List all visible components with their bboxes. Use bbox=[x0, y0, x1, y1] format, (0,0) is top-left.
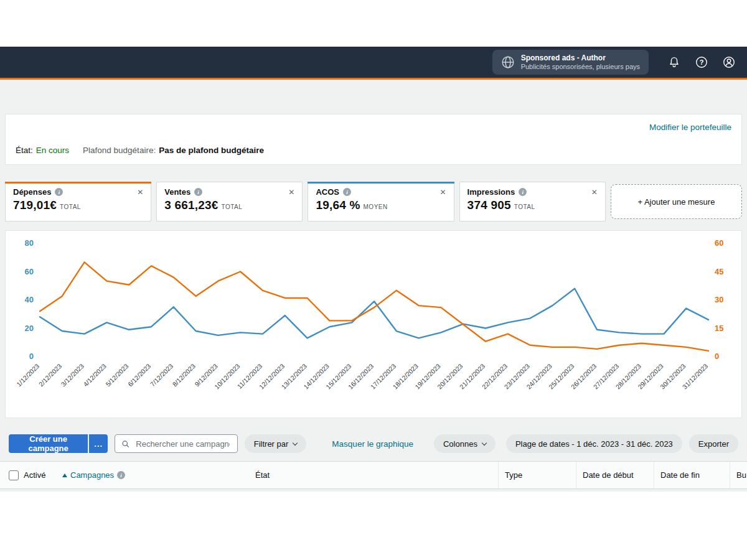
create-campaign-more-button[interactable]: ... bbox=[89, 434, 108, 453]
info-icon[interactable] bbox=[194, 188, 202, 196]
info-icon[interactable] bbox=[117, 471, 125, 479]
metric-card-acos[interactable]: ACOS 19,64 % MOYEN bbox=[308, 182, 454, 222]
svg-text:0: 0 bbox=[29, 352, 34, 361]
column-state: État bbox=[255, 462, 498, 488]
svg-text:1/12/2023: 1/12/2023 bbox=[15, 362, 41, 388]
status-value: En cours bbox=[36, 146, 69, 155]
svg-text:3/12/2023: 3/12/2023 bbox=[59, 362, 85, 388]
portfolio-status-line: État: En cours Plafond budgétaire: Pas d… bbox=[16, 146, 264, 155]
metric-value: 374 905 bbox=[467, 198, 511, 212]
column-active: Activé bbox=[24, 462, 62, 488]
performance-chart: 0204060800153045601/12/20232/12/20233/12… bbox=[5, 230, 742, 418]
account-switcher[interactable]: Sponsored ads - Author Publicités sponso… bbox=[492, 50, 649, 75]
status-label: État: bbox=[16, 146, 33, 155]
campaign-search[interactable] bbox=[115, 434, 238, 453]
campaign-table-header: Activé Campagnes État Type Date de début… bbox=[0, 461, 747, 489]
hide-chart-link[interactable]: Masquer le graphique bbox=[332, 439, 413, 449]
svg-text:4/12/2023: 4/12/2023 bbox=[82, 362, 108, 388]
search-input[interactable] bbox=[134, 439, 230, 449]
top-whitespace bbox=[0, 0, 747, 47]
svg-text:7/12/2023: 7/12/2023 bbox=[149, 362, 175, 388]
metric-card-ventes[interactable]: Ventes 3 661,23€ TOTAL bbox=[156, 182, 303, 222]
metric-value: 19,64 % bbox=[316, 198, 360, 212]
metric-unit: TOTAL bbox=[60, 203, 81, 210]
account-subtitle: Publicités sponsorisées, plusieurs pays bbox=[521, 63, 640, 72]
metric-card-impressions[interactable]: Impressions 374 905 TOTAL bbox=[459, 182, 606, 222]
metric-value: 719,01€ bbox=[13, 198, 57, 212]
metric-cards-row: Dépenses 719,01€ TOTAL Ventes 3 661,23€ … bbox=[5, 182, 742, 222]
filter-by-button[interactable]: Filtrer par bbox=[245, 434, 307, 453]
svg-text:2/12/2023: 2/12/2023 bbox=[37, 362, 63, 388]
sort-ascending-icon bbox=[62, 474, 67, 477]
svg-text:45: 45 bbox=[715, 267, 723, 276]
svg-text:80: 80 bbox=[25, 238, 34, 248]
edit-portfolio-link[interactable]: Modifier le portefeuille bbox=[649, 123, 731, 132]
svg-text:15: 15 bbox=[715, 324, 723, 333]
metric-card-depenses[interactable]: Dépenses 719,01€ TOTAL bbox=[5, 182, 151, 222]
metric-label: ACOS bbox=[316, 187, 339, 197]
campaign-toolbar: Créer une campagne ... Filtrer par Masqu… bbox=[9, 434, 738, 453]
columns-button[interactable]: Colonnes bbox=[434, 434, 496, 453]
top-navbar: Sponsored ads - Author Publicités sponso… bbox=[0, 47, 747, 80]
info-icon[interactable] bbox=[343, 188, 351, 196]
svg-text:6/12/2023: 6/12/2023 bbox=[126, 362, 153, 388]
svg-text:30: 30 bbox=[715, 295, 723, 304]
main-content: Modifier le portefeuille État: En cours … bbox=[0, 80, 747, 492]
help-icon[interactable]: ? bbox=[695, 55, 708, 69]
globe-icon bbox=[501, 55, 515, 69]
portfolio-summary-card: Modifier le portefeuille État: En cours … bbox=[5, 114, 742, 165]
close-icon[interactable] bbox=[440, 189, 446, 196]
bell-icon[interactable] bbox=[667, 55, 681, 69]
close-icon[interactable] bbox=[591, 189, 598, 196]
info-icon[interactable] bbox=[55, 188, 63, 196]
column-end-date: Date de fin bbox=[654, 462, 730, 488]
create-campaign-split-button: Créer une campagne ... bbox=[9, 434, 108, 453]
export-button[interactable]: Exporter bbox=[689, 434, 738, 453]
svg-text:5/12/2023: 5/12/2023 bbox=[104, 362, 130, 388]
date-range-button[interactable]: Plage de dates - 1 déc. 2023 - 31 déc. 2… bbox=[506, 434, 682, 453]
svg-text:60: 60 bbox=[25, 267, 34, 276]
select-all-checkbox[interactable] bbox=[9, 470, 19, 480]
account-icon[interactable] bbox=[722, 55, 736, 69]
chevron-down-icon bbox=[482, 440, 487, 445]
metric-unit: MOYEN bbox=[364, 203, 388, 210]
info-icon[interactable] bbox=[519, 188, 527, 196]
close-icon[interactable] bbox=[137, 189, 143, 196]
metric-label: Ventes bbox=[164, 187, 190, 197]
svg-text:20: 20 bbox=[25, 324, 34, 333]
column-budget-truncated: Bu bbox=[730, 462, 747, 488]
close-icon[interactable] bbox=[288, 189, 294, 196]
svg-text:8/12/2023: 8/12/2023 bbox=[171, 362, 197, 388]
budget-cap-value: Pas de plafond budgétaire bbox=[159, 146, 264, 155]
metric-label: Impressions bbox=[467, 187, 515, 197]
budget-cap-label: Plafond budgétaire: bbox=[83, 146, 156, 155]
add-metric-button[interactable]: + Ajouter une mesure bbox=[611, 184, 742, 219]
search-icon bbox=[121, 439, 129, 449]
create-campaign-button[interactable]: Créer une campagne bbox=[9, 434, 88, 453]
metric-unit: TOTAL bbox=[514, 203, 535, 210]
dual-axis-line-chart: 0204060800153045601/12/20232/12/20233/12… bbox=[10, 236, 738, 411]
column-start-date: Date de début bbox=[576, 462, 654, 488]
svg-text:0: 0 bbox=[715, 352, 719, 361]
metric-value: 3 661,23€ bbox=[164, 198, 218, 212]
svg-text:60: 60 bbox=[715, 238, 723, 248]
svg-text:?: ? bbox=[700, 58, 704, 66]
column-campaigns[interactable]: Campagnes bbox=[62, 462, 255, 488]
chevron-down-icon bbox=[293, 440, 298, 445]
metric-label: Dépenses bbox=[13, 187, 51, 197]
select-all-cell bbox=[0, 462, 24, 488]
account-title: Sponsored ads - Author bbox=[521, 54, 640, 63]
svg-text:40: 40 bbox=[25, 295, 34, 304]
metric-unit: TOTAL bbox=[222, 203, 243, 210]
column-type: Type bbox=[498, 462, 576, 488]
